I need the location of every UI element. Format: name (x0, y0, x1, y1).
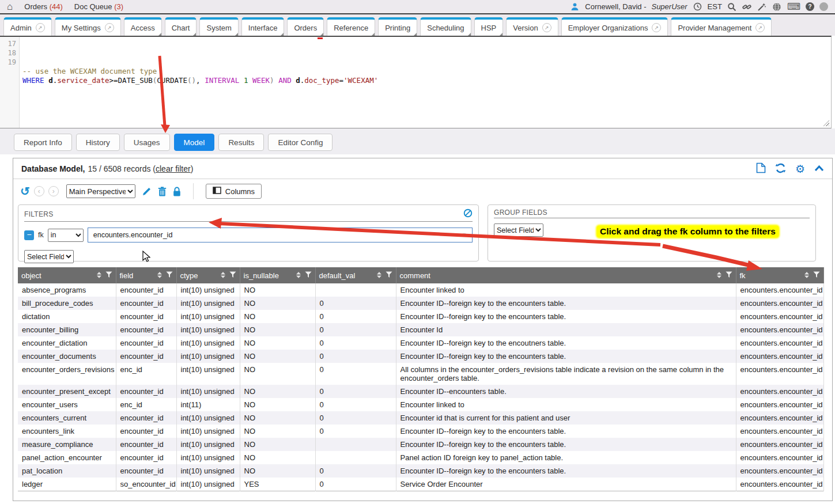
cell-ctype: int(10) unsigned (176, 297, 240, 310)
add-filter-field-select[interactable]: Select Field (24, 250, 74, 263)
nav-tab-orders[interactable]: Orders (287, 17, 324, 36)
nav-tab-hsp[interactable]: HSP (474, 17, 504, 36)
lock-icon[interactable] (173, 187, 181, 196)
table-row[interactable]: ledgerso_encounter_idint(10) unsignedYES… (18, 478, 823, 491)
tab-results[interactable]: Results (218, 134, 264, 151)
nav-tab-chart[interactable]: Chart (165, 17, 197, 36)
cell-fk: encounters.encounter_id (736, 398, 823, 411)
column-header-field[interactable]: field (116, 267, 176, 283)
table-row[interactable]: encounter_orders_revisionsenc_idint(10) … (18, 363, 823, 385)
column-header-default-val[interactable]: default_val (315, 267, 396, 283)
orders-queue-link[interactable]: Orders (44) (24, 2, 62, 11)
wand-icon[interactable] (757, 2, 767, 12)
home-icon[interactable]: ⌂ (7, 2, 13, 12)
table-row[interactable]: encounters_linkencounter_idint(10) unsig… (18, 425, 823, 438)
clock-icon[interactable] (693, 2, 702, 12)
doc-queue-link[interactable]: Doc Queue (3) (74, 2, 123, 11)
sort-icon[interactable] (804, 271, 809, 280)
sort-icon[interactable] (157, 271, 162, 280)
filter-funnel-icon[interactable] (166, 271, 173, 280)
columns-button[interactable]: Columns (206, 184, 262, 199)
open-in-new-icon[interactable]: ↗ (542, 23, 551, 32)
user-name[interactable]: Cornewell, David - (585, 2, 646, 11)
cell-object: encounter_dictation (18, 336, 116, 350)
cell-fk: encounters.encounter_id (736, 411, 823, 425)
clear-filters-icon[interactable] (463, 209, 473, 220)
gear-icon[interactable]: ⚙ (795, 164, 805, 175)
delete-trash-icon[interactable] (158, 187, 167, 196)
table-row[interactable]: panel_action_encounterencounter_idint(10… (18, 451, 823, 464)
open-in-new-icon[interactable]: ↗ (105, 23, 114, 32)
link-icon[interactable] (742, 2, 752, 12)
open-in-new-icon[interactable]: ↗ (36, 23, 45, 32)
table-row[interactable]: encounter_billingencounter_idint(10) uns… (18, 323, 823, 336)
globe-icon[interactable] (772, 2, 782, 12)
search-icon[interactable] (727, 2, 737, 12)
filter-value-combobox[interactable]: encounters.encounter_id ▼ (88, 228, 473, 242)
table-row[interactable]: measure_complianceencounter_idint(10) un… (18, 438, 823, 451)
new-document-icon[interactable] (756, 162, 766, 175)
nav-tab-my-settings[interactable]: My Settings↗ (55, 17, 121, 36)
column-header-comment[interactable]: comment (396, 267, 736, 283)
nav-tab-system[interactable]: System (199, 17, 238, 36)
sort-icon[interactable] (717, 271, 721, 280)
keyboard-icon[interactable]: ⌨ (787, 2, 800, 12)
table-row[interactable]: encounter_dictationencounter_idint(10) u… (18, 336, 823, 350)
nav-tab-interface[interactable]: Interface (241, 17, 285, 36)
history-back-button[interactable]: ‹ (34, 186, 44, 196)
sort-icon[interactable] (221, 271, 225, 280)
filter-funnel-icon[interactable] (726, 271, 732, 280)
table-row[interactable]: absence_programsencounter_idint(10) unsi… (18, 283, 823, 297)
column-header-is-nullable[interactable]: is_nullable (240, 267, 315, 283)
add-group-field-select[interactable]: Select Field (494, 223, 543, 237)
collapse-chevron-icon[interactable] (814, 164, 824, 173)
open-in-new-icon[interactable]: ↗ (652, 23, 661, 32)
help-icon[interactable]: ? (806, 2, 814, 11)
tab-report-info[interactable]: Report Info (14, 134, 72, 151)
sql-editor[interactable]: 171819 -- use the WCEXAM document typeWH… (0, 36, 832, 128)
filter-operator-select[interactable]: in (48, 229, 84, 242)
history-forward-button[interactable]: › (48, 186, 59, 196)
nav-tab-employer-organizations[interactable]: Employer Organizations↗ (561, 17, 668, 36)
perspective-select[interactable]: Main Perspective (66, 184, 135, 198)
open-in-new-icon[interactable]: ↗ (755, 23, 765, 32)
sort-icon[interactable] (377, 271, 381, 280)
filter-funnel-icon[interactable] (105, 271, 112, 280)
column-header-ctype[interactable]: ctype (176, 267, 240, 283)
tab-model[interactable]: Model (174, 134, 215, 151)
nav-tab-access[interactable]: Access (124, 17, 162, 36)
filter-funnel-icon[interactable] (813, 271, 820, 280)
tab-usages[interactable]: Usages (124, 134, 170, 151)
nav-tab-version[interactable]: Version↗ (506, 17, 558, 36)
refresh-icon[interactable] (775, 163, 786, 175)
tab-editor-config[interactable]: Editor Config (268, 134, 333, 151)
undo-icon[interactable]: ↺ (20, 185, 30, 197)
sort-icon[interactable] (296, 271, 301, 280)
editor-code[interactable]: -- use the WCEXAM document typeWHERE d.s… (20, 37, 831, 128)
nav-tab-printing[interactable]: Printing (378, 17, 417, 36)
nav-tab-reference[interactable]: Reference (327, 17, 375, 36)
nav-tab-provider-management[interactable]: Provider Management↗ (671, 17, 772, 36)
cell-field: encounter_id (116, 385, 176, 398)
nav-tab-admin[interactable]: Admin↗ (3, 17, 52, 36)
table-row[interactable]: bill_procedure_codesencounter_idint(10) … (18, 297, 823, 310)
table-row[interactable]: encounter_usersenc_idint(11)NO0Encounter… (18, 398, 823, 411)
filter-funnel-icon[interactable] (229, 271, 236, 280)
column-header-fk[interactable]: fk (736, 267, 823, 283)
table-row[interactable]: pat_locationencounter_idint(10) unsigned… (18, 464, 823, 478)
tab-history[interactable]: History (76, 134, 120, 151)
cell-is-nullable: NO (240, 425, 315, 438)
remove-filter-button[interactable]: − (24, 230, 34, 240)
filter-funnel-icon[interactable] (305, 271, 312, 280)
table-row[interactable]: encounter_present_exceptencounter_idint(… (18, 385, 823, 398)
clear-filter-link[interactable]: clear filter (156, 164, 191, 173)
filter-funnel-icon[interactable] (386, 271, 392, 280)
table-row[interactable]: encounter_documentsencounter_idint(10) u… (18, 350, 823, 363)
table-row[interactable]: encounters_currentencounter_idint(10) un… (18, 411, 823, 425)
column-header-object[interactable]: object (18, 267, 116, 283)
cell-default-val: 0 (315, 385, 396, 398)
sort-icon[interactable] (97, 271, 101, 280)
edit-pencil-icon[interactable] (142, 187, 152, 196)
table-row[interactable]: dictationencounter_idint(10) unsignedNO0… (18, 310, 823, 323)
nav-tab-scheduling[interactable]: Scheduling (420, 17, 471, 36)
